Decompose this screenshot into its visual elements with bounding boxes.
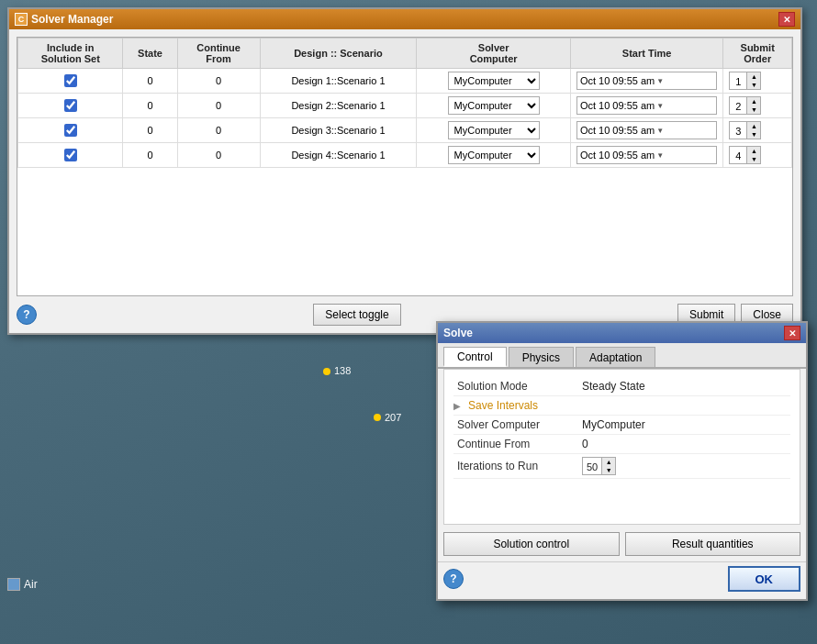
solver-manager-close-btn[interactable]: ✕ [778, 12, 795, 27]
ok-button[interactable]: OK [728, 566, 801, 592]
air-label: Air [7, 578, 38, 591]
prop-solution-mode: Solution Mode Steady State [453, 377, 790, 396]
tab-adaptation[interactable]: Adaptation [576, 347, 655, 367]
expand-icon[interactable]: ▶ [453, 401, 464, 411]
submit-order-down-2[interactable]: ▼ [747, 130, 760, 139]
iterations-spinbox: 50 ▲ ▼ [582, 457, 790, 475]
prop-continue-from: Continue From 0 [453, 435, 790, 454]
include-checkbox-3[interactable] [64, 149, 77, 161]
solver-manager-window: C Solver Manager ✕ Include inSolution Se… [7, 7, 802, 335]
iterations-down[interactable]: ▼ [602, 466, 615, 474]
start-time-cell-0: Oct 10 09:55 am▼ [570, 69, 722, 94]
air-text: Air [24, 578, 38, 591]
include-cell-0 [18, 69, 123, 94]
submit-order-value-3[interactable]: 4 [729, 146, 747, 164]
include-checkbox-2[interactable] [64, 124, 77, 137]
include-cell-1 [18, 94, 123, 118]
start-time-picker-0[interactable]: Oct 10 09:55 am▼ [576, 72, 717, 90]
submit-order-down-0[interactable]: ▼ [747, 81, 760, 89]
col-design: Design :: Scenario [260, 39, 417, 69]
solver-manager-content: Include inSolution Set State ContinueFro… [9, 29, 800, 333]
prop-solution-mode-label: Solution Mode [453, 380, 582, 393]
solve-properties-panel: Solution Mode Steady State ▶ Save Interv… [443, 369, 800, 525]
prop-save-intervals: ▶ Save Intervals [453, 396, 790, 416]
submit-order-cell-2: 3▲▼ [723, 118, 792, 143]
submit-order-up-0[interactable]: ▲ [747, 72, 760, 81]
solver-manager-icon: C [15, 13, 28, 26]
start-time-cell-1: Oct 10 09:55 am▼ [570, 94, 722, 118]
solver-computer-cell-3: MyComputer [417, 143, 571, 168]
solve-title-bar: Solve ✕ [438, 323, 806, 343]
start-time-cell-3: Oct 10 09:55 am▼ [570, 143, 722, 168]
solve-ok-row: ? OK [438, 561, 806, 597]
solver-computer-cell-1: MyComputer [417, 94, 571, 118]
submit-order-cell-0: 1▲▼ [723, 69, 792, 94]
start-time-picker-2[interactable]: Oct 10 09:55 am▼ [576, 121, 717, 139]
solver-computer-cell-0: MyComputer [417, 69, 571, 94]
scene-dot-2 [374, 414, 381, 421]
include-checkbox-0[interactable] [64, 74, 77, 87]
submit-order-spinbox-1: 2▲▼ [729, 96, 786, 115]
col-starttime: Start Time [570, 39, 722, 69]
table-row: 00Design 2::Scenario 1MyComputerOct 10 0… [18, 94, 792, 118]
prop-iterations-label: Iterations to Run [453, 460, 582, 472]
col-include: Include inSolution Set [18, 39, 123, 69]
solve-bottom-buttons: Solution control Result quantities [438, 528, 806, 561]
submit-order-value-0[interactable]: 1 [729, 72, 747, 90]
col-solver: SolverComputer [417, 39, 571, 69]
solver-computer-dropdown-3[interactable]: MyComputer [448, 146, 540, 164]
result-quantities-button[interactable]: Result quantities [625, 532, 801, 556]
submit-order-value-1[interactable]: 2 [729, 96, 747, 115]
submit-order-spinbox-0: 1▲▼ [729, 72, 786, 90]
tab-control[interactable]: Control [443, 347, 507, 367]
solve-content: Solution Mode Steady State ▶ Save Interv… [438, 369, 806, 597]
continue-from-cell-0: 0 [177, 69, 260, 94]
solver-computer-cell-2: MyComputer [417, 118, 571, 143]
scene-dot-1 [323, 368, 330, 375]
continue-from-cell-3: 0 [177, 143, 260, 168]
submit-order-down-1[interactable]: ▼ [747, 105, 760, 114]
solution-control-button[interactable]: Solution control [443, 532, 620, 556]
continue-from-cell-2: 0 [177, 118, 260, 143]
design-scenario-cell-1: Design 2::Scenario 1 [260, 94, 417, 118]
tab-physics[interactable]: Physics [509, 347, 574, 367]
submit-order-up-1[interactable]: ▲ [747, 97, 760, 105]
col-submit: SubmitOrder [723, 39, 792, 69]
scene-label-138: 138 [334, 365, 351, 376]
submit-order-value-2[interactable]: 3 [729, 121, 747, 139]
table-row: 00Design 4::Scenario 1MyComputerOct 10 0… [18, 143, 792, 168]
submit-order-spinbox-3: 4▲▼ [729, 146, 786, 164]
solve-close-button[interactable]: ✕ [784, 326, 800, 340]
solve-title: Solve [443, 327, 473, 339]
state-cell-3: 0 [123, 143, 177, 168]
solver-help-button[interactable]: ? [17, 305, 37, 325]
design-scenario-cell-3: Design 4::Scenario 1 [260, 143, 417, 168]
submit-order-up-3[interactable]: ▲ [747, 147, 760, 155]
submit-order-spinbox-2: 3▲▼ [729, 121, 786, 139]
submit-order-down-3[interactable]: ▼ [747, 155, 760, 163]
solver-computer-dropdown-2[interactable]: MyComputer [448, 121, 540, 139]
solve-help-button[interactable]: ? [443, 569, 464, 589]
prop-solution-mode-value: Steady State [582, 380, 790, 393]
start-time-picker-3[interactable]: Oct 10 09:55 am▼ [576, 146, 717, 164]
solve-dialog: Solve ✕ Control Physics Adaptation Solut… [436, 321, 808, 601]
start-time-picker-1[interactable]: Oct 10 09:55 am▼ [576, 96, 717, 115]
iterations-value[interactable]: 50 [582, 457, 602, 475]
submit-order-cell-3: 4▲▼ [723, 143, 792, 168]
iterations-up[interactable]: ▲ [602, 458, 615, 466]
prop-continue-from-label: Continue From [453, 438, 582, 450]
table-row: 00Design 1::Scenario 1MyComputerOct 10 0… [18, 69, 792, 94]
submit-order-cell-1: 2▲▼ [723, 94, 792, 118]
prop-solver-computer-value: MyComputer [582, 418, 790, 431]
include-checkbox-1[interactable] [64, 99, 77, 112]
design-scenario-cell-0: Design 1::Scenario 1 [260, 69, 417, 94]
solver-computer-dropdown-1[interactable]: MyComputer [448, 96, 540, 115]
solver-manager-title: Solver Manager [31, 13, 113, 26]
prop-save-intervals-label[interactable]: Save Intervals [464, 399, 593, 412]
select-toggle-button[interactable]: Select toggle [313, 304, 400, 326]
solver-computer-dropdown-0[interactable]: MyComputer [448, 72, 540, 90]
design-scenario-cell-2: Design 3::Scenario 1 [260, 118, 417, 143]
prop-iterations: Iterations to Run 50 ▲ ▼ [453, 454, 790, 479]
submit-order-up-2[interactable]: ▲ [747, 122, 760, 130]
scene-label-207: 207 [385, 412, 401, 423]
